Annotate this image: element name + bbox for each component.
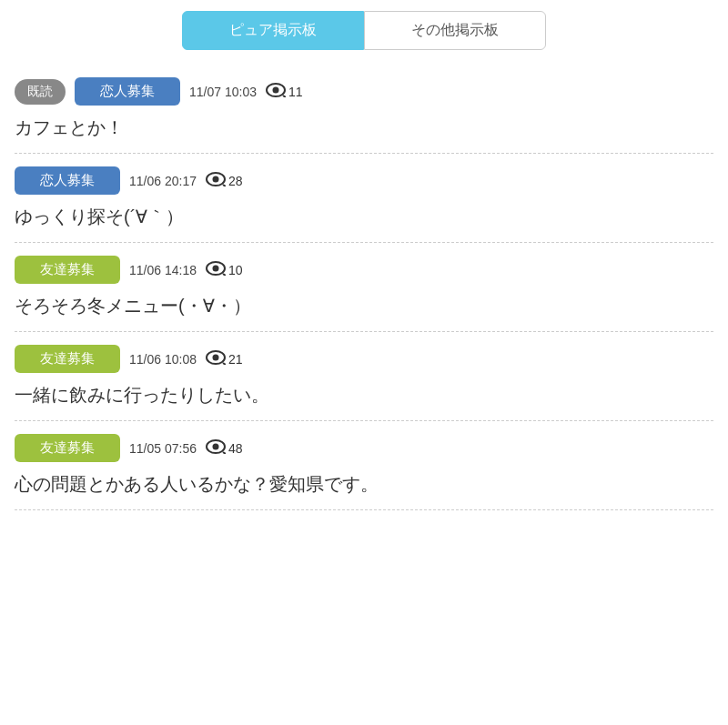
svg-line-2 xyxy=(283,96,286,97)
post-item[interactable]: 友達募集11/05 07:56 48心の問題とかある人いるかな？愛知県です。 xyxy=(15,421,713,510)
post-meta: 恋人募集11/06 20:17 28 xyxy=(15,166,713,195)
tab-bar: ピュア掲示板 その他掲示板 xyxy=(0,0,728,65)
post-views: 28 xyxy=(206,172,243,189)
tab-pure[interactable]: ピュア掲示板 xyxy=(182,11,364,50)
post-views: 11 xyxy=(266,83,303,100)
svg-point-4 xyxy=(212,176,218,183)
category-badge: 恋人募集 xyxy=(75,77,180,106)
post-views: 10 xyxy=(206,261,243,278)
post-time: 11/07 10:03 xyxy=(189,85,257,99)
eye-icon xyxy=(206,261,226,278)
eye-icon xyxy=(206,172,226,189)
svg-line-11 xyxy=(223,363,226,365)
svg-point-10 xyxy=(212,355,218,361)
view-count: 11 xyxy=(288,85,303,99)
post-item[interactable]: 既読恋人募集11/07 10:03 11カフェとか！ xyxy=(15,65,713,154)
post-meta: 友達募集11/05 07:56 48 xyxy=(15,434,713,462)
eye-icon xyxy=(266,83,286,100)
post-title: 一緒に飲みに行ったりしたい。 xyxy=(15,382,713,408)
svg-point-13 xyxy=(212,444,218,450)
post-title: そろそろ冬メニュー(・∀・） xyxy=(15,293,713,318)
svg-line-8 xyxy=(223,274,226,276)
post-time: 11/06 10:08 xyxy=(129,352,197,367)
post-meta: 友達募集11/06 14:18 10 xyxy=(15,256,713,284)
category-badge: 友達募集 xyxy=(15,345,120,373)
category-badge: 友達募集 xyxy=(15,434,120,462)
post-views: 21 xyxy=(206,350,243,368)
svg-line-14 xyxy=(223,452,226,454)
category-badge: 恋人募集 xyxy=(15,166,120,195)
read-badge: 既読 xyxy=(15,79,66,105)
post-list: 既読恋人募集11/07 10:03 11カフェとか！恋人募集11/06 20:1… xyxy=(0,65,728,510)
post-item[interactable]: 友達募集11/06 10:08 21一緒に飲みに行ったりしたい。 xyxy=(15,332,713,421)
svg-point-7 xyxy=(212,266,218,272)
view-count: 28 xyxy=(228,174,243,188)
post-title: カフェとか！ xyxy=(15,115,713,140)
post-meta: 友達募集11/06 10:08 21 xyxy=(15,345,713,373)
svg-point-1 xyxy=(272,87,278,94)
post-item[interactable]: 恋人募集11/06 20:17 28ゆっくり探そ(´∀｀） xyxy=(15,154,713,243)
post-views: 48 xyxy=(206,439,243,457)
svg-line-5 xyxy=(223,185,226,186)
tab-other[interactable]: その他掲示板 xyxy=(364,11,546,50)
post-time: 11/06 14:18 xyxy=(129,263,197,277)
post-meta: 既読恋人募集11/07 10:03 11 xyxy=(15,77,713,106)
view-count: 21 xyxy=(228,352,243,367)
post-title: 心の問題とかある人いるかな？愛知県です。 xyxy=(15,471,713,497)
view-count: 48 xyxy=(228,441,243,456)
view-count: 10 xyxy=(228,263,243,277)
post-time: 11/06 20:17 xyxy=(129,174,197,188)
post-time: 11/05 07:56 xyxy=(129,441,197,456)
post-title: ゆっくり探そ(´∀｀） xyxy=(15,204,713,229)
eye-icon xyxy=(206,350,226,368)
eye-icon xyxy=(206,439,226,457)
category-badge: 友達募集 xyxy=(15,256,120,284)
post-item[interactable]: 友達募集11/06 14:18 10そろそろ冬メニュー(・∀・） xyxy=(15,243,713,332)
